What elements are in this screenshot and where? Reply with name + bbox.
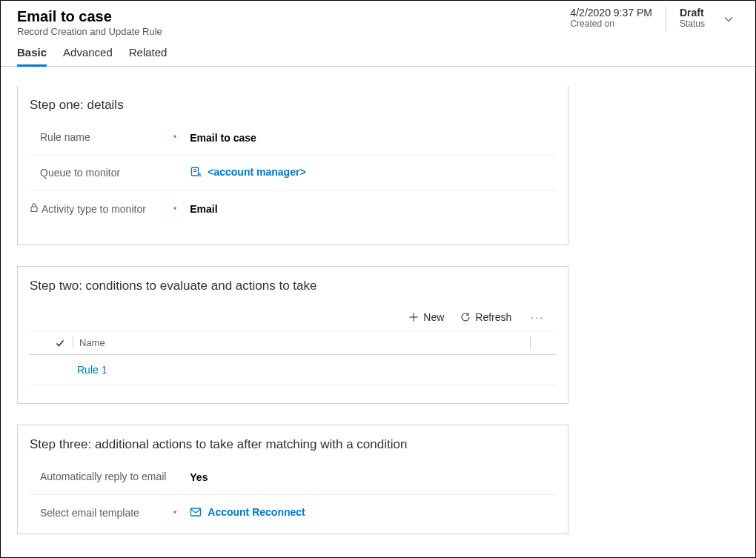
refresh-button-label: Refresh	[475, 311, 511, 323]
activity-type-label: Activity type to monitor	[42, 202, 146, 216]
status-value: Draft	[680, 7, 705, 19]
checkmark-icon	[55, 338, 65, 348]
header-title-block: Email to case Record Creation and Update…	[17, 5, 162, 37]
queue-label: Queue to monitor	[40, 166, 120, 180]
queue-value-text: <account manager>	[208, 166, 305, 178]
auto-reply-value[interactable]: Yes	[176, 471, 208, 483]
page-subtitle: Record Creation and Update Rule	[17, 26, 162, 37]
step-two-title: Step two: conditions to evaluate and act…	[30, 279, 556, 293]
svg-rect-6	[191, 508, 201, 516]
step-one-title: Step one: details	[30, 98, 556, 113]
tab-related[interactable]: Related	[129, 46, 168, 66]
created-on-value: 4/2/2020 9:37 PM	[570, 7, 652, 19]
new-button[interactable]: New	[408, 311, 444, 323]
email-template-icon	[190, 507, 202, 517]
rule-link[interactable]: Rule 1	[77, 364, 107, 376]
meta-divider	[666, 7, 666, 32]
email-template-value: Account Reconnect	[208, 506, 305, 518]
new-button-label: New	[423, 311, 444, 323]
created-on-block: 4/2/2020 9:37 PM Created on	[570, 7, 652, 29]
grid-header: Name	[30, 331, 556, 355]
status-label: Status	[680, 19, 705, 29]
step-one-panel: Step one: details Rule name * Email to c…	[17, 86, 568, 245]
rule-name-value[interactable]: Email to case	[176, 132, 256, 144]
content-inner: Step one: details Rule name * Email to c…	[17, 86, 568, 534]
activity-type-value: Email	[176, 203, 217, 215]
rule-name-label: Rule name	[40, 130, 90, 145]
step-two-panel: Step two: conditions to evaluate and act…	[17, 266, 568, 404]
header-meta: 4/2/2020 9:37 PM Created on Draft Status	[570, 5, 739, 32]
step-three-panel: Step three: additional actions to take a…	[17, 425, 568, 534]
auto-reply-label: Automatically reply to email	[40, 470, 166, 484]
lock-icon	[30, 202, 39, 215]
tab-list: Basic Advanced Related	[1, 37, 755, 67]
chevron-down-icon	[723, 13, 735, 25]
plus-icon	[408, 312, 419, 322]
status-block: Draft Status	[680, 7, 705, 29]
email-template-lookup[interactable]: Account Reconnect	[190, 506, 305, 518]
email-template-label: Select email template	[40, 506, 139, 520]
svg-rect-3	[31, 207, 37, 212]
column-header-name[interactable]: Name	[73, 337, 105, 348]
field-email-template[interactable]: Select email template * Account Reconnec…	[30, 495, 556, 531]
field-rule-name[interactable]: Rule name * Email to case	[30, 120, 556, 156]
tab-basic[interactable]: Basic	[17, 46, 47, 67]
field-auto-reply[interactable]: Automatically reply to email * Yes	[30, 459, 556, 495]
field-queue-to-monitor[interactable]: Queue to monitor * <account manager>	[30, 156, 556, 191]
select-all-checkbox[interactable]	[52, 338, 68, 348]
more-commands-button[interactable]: ···	[528, 311, 547, 323]
field-activity-type: Activity type to monitor * Email	[30, 191, 556, 227]
form-header: Email to case Record Creation and Update…	[1, 1, 755, 37]
page-title: Email to case	[17, 7, 162, 26]
step-three-title: Step three: additional actions to take a…	[30, 437, 556, 452]
grid-row[interactable]: Rule 1	[30, 355, 556, 385]
queue-icon	[190, 166, 202, 178]
grid-toolbar: New Refresh ···	[30, 301, 556, 331]
created-on-label: Created on	[570, 19, 652, 29]
refresh-button[interactable]: Refresh	[460, 311, 511, 323]
queue-lookup-value[interactable]: <account manager>	[190, 166, 305, 178]
header-expand-button[interactable]	[718, 9, 739, 30]
content-scroll[interactable]: Step one: details Rule name * Email to c…	[1, 86, 755, 557]
refresh-icon	[460, 312, 471, 322]
tab-advanced[interactable]: Advanced	[63, 46, 113, 66]
